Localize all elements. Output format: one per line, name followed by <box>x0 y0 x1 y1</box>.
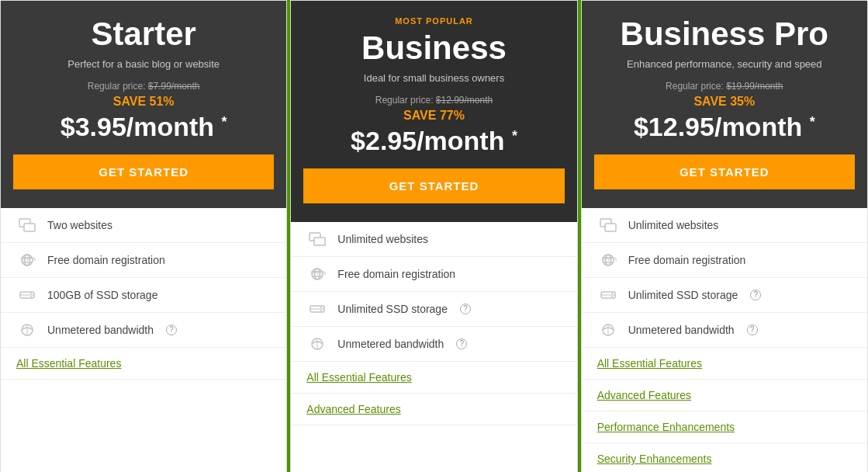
pricing-table: StarterPerfect for a basic blog or websi… <box>0 0 868 472</box>
feature-item: Unmetered bandwidth? <box>1 313 286 348</box>
plan-business: MOST POPULARBusinessIdeal for small busi… <box>290 0 577 472</box>
bandwidth-icon <box>597 322 619 338</box>
storage-icon <box>306 301 328 317</box>
feature-text: Unmetered bandwidth <box>628 324 735 336</box>
bandwidth-icon <box>16 322 38 338</box>
most-popular-badge: MOST POPULAR <box>303 16 564 26</box>
feature-text: Free domain registration <box>47 254 165 266</box>
help-icon[interactable]: ? <box>456 338 467 349</box>
plan-header-starter: StarterPerfect for a basic blog or websi… <box>1 1 286 208</box>
feature-text: 100GB of SSD storage <box>47 289 157 301</box>
get-started-button[interactable]: GET STARTED <box>594 154 855 189</box>
plan-tagline: Perfect for a basic blog or website <box>13 58 274 70</box>
feature-item: Unlimited SSD storage? <box>291 292 576 327</box>
feature-item: Unmetered bandwidth? <box>291 327 576 362</box>
feature-text: Unlimited websites <box>337 233 428 245</box>
help-icon[interactable]: ? <box>166 324 177 335</box>
feature-text: Unlimited websites <box>628 219 719 231</box>
svg-point-23 <box>320 310 322 311</box>
current-price: $12.95/month * <box>594 112 855 142</box>
feature-link[interactable]: All Essential Features <box>1 348 286 380</box>
get-started-button[interactable]: GET STARTED <box>13 154 274 189</box>
svg-text:WWW: WWW <box>311 270 326 276</box>
domain-icon: WWW <box>306 266 328 282</box>
plan-name: Business Pro <box>594 16 855 52</box>
plan-features-starter: Two websites WWW Free domain registratio… <box>1 208 286 472</box>
help-icon[interactable]: ? <box>460 304 471 314</box>
svg-rect-1 <box>24 224 35 231</box>
feature-text: Free domain registration <box>628 254 746 266</box>
feature-item: WWW Free domain registration <box>291 257 576 292</box>
regular-price: Regular price: $19.99/month <box>594 81 855 92</box>
current-price: $3.95/month * <box>13 112 274 142</box>
plan-tagline: Enhanced performance, security and speed <box>594 58 855 70</box>
current-price: $2.95/month * <box>303 126 564 156</box>
feature-item: Unmetered bandwidth? <box>582 313 867 348</box>
svg-text:WWW: WWW <box>21 256 36 262</box>
plan-header-business: MOST POPULARBusinessIdeal for small busi… <box>291 1 576 222</box>
save-badge: SAVE 51% <box>13 95 274 109</box>
feature-link[interactable]: Advanced Features <box>291 394 576 425</box>
feature-link[interactable]: All Essential Features <box>291 362 576 394</box>
feature-item: Unlimited websites <box>291 222 576 257</box>
svg-point-36 <box>611 296 613 297</box>
feature-link[interactable]: Security Enhancements <box>582 443 867 472</box>
domain-icon: WWW <box>16 252 38 268</box>
svg-point-10 <box>30 296 32 297</box>
feature-text: Unmetered bandwidth <box>337 338 444 350</box>
svg-rect-27 <box>605 224 616 231</box>
help-icon[interactable]: ? <box>750 290 761 300</box>
feature-item: 100GB of SSD storage <box>1 278 286 313</box>
domain-icon: WWW <box>597 252 619 268</box>
websites-icon <box>597 217 619 233</box>
feature-text: Unlimited SSD storage <box>628 289 738 301</box>
plan-starter: StarterPerfect for a basic blog or websi… <box>0 0 287 472</box>
svg-point-35 <box>611 293 613 294</box>
svg-point-9 <box>30 293 32 294</box>
get-started-button[interactable]: GET STARTED <box>303 168 564 203</box>
feature-item: Two websites <box>1 208 286 243</box>
help-icon[interactable]: ? <box>747 324 758 335</box>
feature-link[interactable]: All Essential Features <box>582 348 867 380</box>
feature-link[interactable]: Performance Enhancements <box>582 411 867 443</box>
feature-text: Unlimited SSD storage <box>337 303 448 315</box>
save-badge: SAVE 77% <box>303 109 564 123</box>
plan-features-business-pro: Unlimited websites WWW Free domain regis… <box>582 208 867 472</box>
websites-icon <box>16 217 38 233</box>
plan-name: Business <box>303 30 564 66</box>
svg-point-22 <box>320 307 322 308</box>
regular-price: Regular price: $12.99/month <box>303 95 564 106</box>
bandwidth-icon <box>306 336 328 352</box>
feature-text: Unmetered bandwidth <box>47 324 154 336</box>
svg-text:WWW: WWW <box>602 256 617 262</box>
plan-tagline: Ideal for small business owners <box>303 72 564 84</box>
storage-icon <box>16 287 38 303</box>
plan-name: Starter <box>13 16 274 52</box>
regular-price: Regular price: $7.99/month <box>13 81 274 92</box>
feature-item: Unlimited SSD storage? <box>582 278 867 313</box>
websites-icon <box>306 231 328 247</box>
plan-header-business-pro: Business ProEnhanced performance, securi… <box>582 1 867 208</box>
feature-text: Two websites <box>47 219 112 231</box>
feature-item: WWW Free domain registration <box>582 243 867 278</box>
feature-item: Unlimited websites <box>582 208 867 243</box>
storage-icon <box>597 287 619 303</box>
feature-text: Free domain registration <box>337 268 455 280</box>
feature-link[interactable]: Advanced Features <box>582 380 867 411</box>
plan-features-business: Unlimited websites WWW Free domain regis… <box>291 222 576 472</box>
feature-item: WWW Free domain registration <box>1 243 286 278</box>
svg-rect-14 <box>314 238 325 245</box>
plan-business-pro: Business ProEnhanced performance, securi… <box>581 0 868 472</box>
save-badge: SAVE 35% <box>594 95 855 109</box>
